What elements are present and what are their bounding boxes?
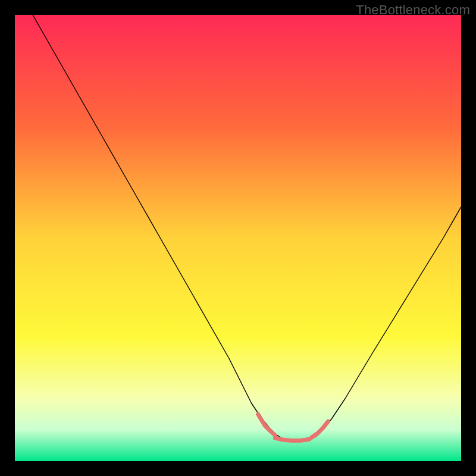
chart-stage: TheBottleneck.com	[0, 0, 476, 476]
gradient-background	[15, 15, 461, 461]
plot-area	[15, 15, 461, 461]
chart-svg	[15, 15, 461, 461]
